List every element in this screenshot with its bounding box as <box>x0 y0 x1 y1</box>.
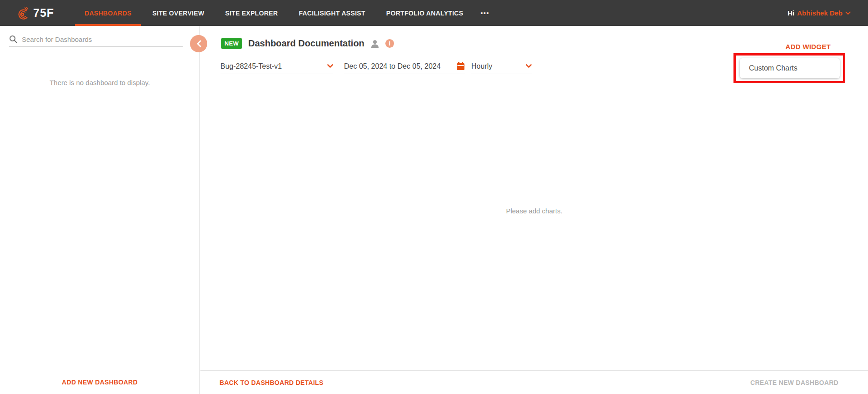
nav-tab-portfolio-analytics[interactable]: PORTFOLIO ANALYTICS <box>377 0 473 26</box>
calendar-icon <box>456 62 465 71</box>
top-nav: 75F DASHBOARDS SITE OVERVIEW SITE EXPLOR… <box>0 0 868 26</box>
sidebar-collapse-button[interactable] <box>190 35 207 52</box>
nav-tab-site-explorer[interactable]: SITE EXPLORER <box>215 0 287 26</box>
info-icon[interactable]: i <box>385 39 394 48</box>
custom-charts-button[interactable]: Custom Charts <box>740 58 840 78</box>
greeting-prefix: Hi <box>788 9 794 17</box>
page-title: Dashboard Documentation <box>248 38 364 49</box>
user-menu[interactable]: Hi Abhishek Deb <box>788 0 851 26</box>
dashboard-title-row: NEW Dashboard Documentation i <box>221 38 394 49</box>
droplet-logo-icon <box>16 6 29 20</box>
nav-tab-dashboards[interactable]: DASHBOARDS <box>75 0 141 26</box>
search-icon <box>9 35 17 43</box>
back-to-dashboard-details-link[interactable]: BACK TO DASHBOARD DETAILS <box>219 379 324 386</box>
interval-select[interactable]: Hourly <box>471 59 532 74</box>
sidebar-empty-message: There is no dashboard to display. <box>0 79 200 86</box>
site-select-value: Bug-28245-Test-v1 <box>220 62 282 71</box>
dashboard-main-panel: NEW Dashboard Documentation i Bug-28245-… <box>200 26 868 394</box>
add-new-dashboard-button[interactable]: ADD NEW DASHBOARD <box>62 379 138 386</box>
brand-logo[interactable]: 75F <box>16 0 54 26</box>
nav-tab-facilisight-assist[interactable]: FACILISIGHT ASSIST <box>289 0 374 26</box>
user-name: Abhishek Deb <box>797 9 843 17</box>
site-select[interactable]: Bug-28245-Test-v1 <box>220 59 333 74</box>
search-input[interactable] <box>22 35 183 43</box>
chevron-down-icon <box>845 11 851 15</box>
brand-name: 75F <box>33 6 54 20</box>
more-menu-icon[interactable]: ⋯ <box>474 0 495 26</box>
date-range-picker[interactable]: Dec 05, 2024 to Dec 05, 2024 <box>344 59 465 74</box>
dashboard-search <box>9 35 183 47</box>
primary-nav: DASHBOARDS SITE OVERVIEW SITE EXPLORER F… <box>75 0 495 26</box>
app-root: 75F DASHBOARDS SITE OVERVIEW SITE EXPLOR… <box>0 0 868 394</box>
annotation-highlight-box: Custom Charts <box>733 53 845 83</box>
dashboards-sidebar: There is no dashboard to display. ADD NE… <box>0 26 200 394</box>
create-new-dashboard-button[interactable]: CREATE NEW DASHBOARD <box>750 379 838 386</box>
chevron-down-icon <box>526 64 532 68</box>
chevron-down-icon <box>327 64 333 68</box>
nav-tab-site-overview[interactable]: SITE OVERVIEW <box>143 0 214 26</box>
date-range-value: Dec 05, 2024 to Dec 05, 2024 <box>344 62 441 71</box>
main-footer: BACK TO DASHBOARD DETAILS CREATE NEW DAS… <box>200 370 868 394</box>
add-widget-button[interactable]: ADD WIDGET <box>785 43 831 51</box>
content-area: There is no dashboard to display. ADD NE… <box>0 26 868 394</box>
charts-empty-message: Please add charts. <box>200 207 868 215</box>
sidebar-footer: ADD NEW DASHBOARD <box>0 370 200 394</box>
person-icon[interactable] <box>370 39 379 48</box>
new-badge: NEW <box>221 38 242 49</box>
interval-select-value: Hourly <box>471 62 492 71</box>
chevron-left-icon <box>196 40 201 47</box>
